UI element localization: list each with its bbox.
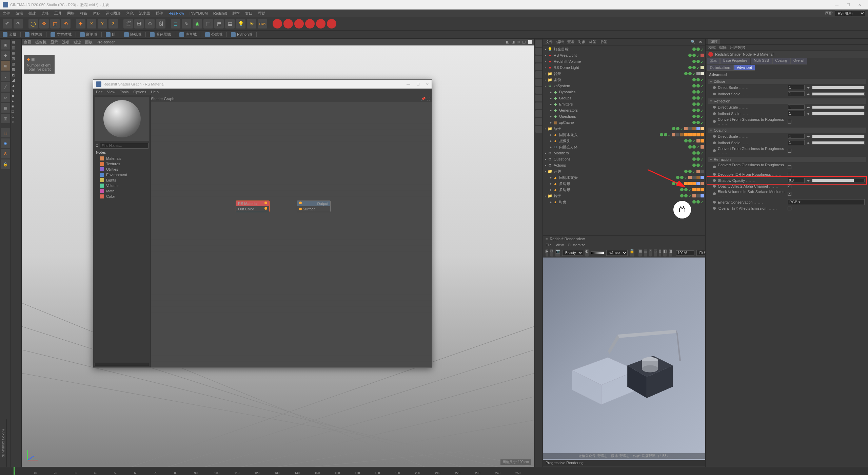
axis-mode-button[interactable]: ⊞ [1, 61, 10, 71]
attr-slider[interactable] [812, 141, 865, 145]
palette-btn-4[interactable]: ▧ [12, 56, 21, 61]
menu-体积[interactable]: 体积 [93, 11, 100, 16]
am-mode-编辑[interactable]: 编辑 [719, 45, 727, 50]
pen-button[interactable]: ✎ [182, 19, 191, 28]
palette-btn-6[interactable]: ▩ [12, 67, 21, 72]
attr-checkbox[interactable] [788, 120, 791, 124]
node-rs-material[interactable]: RS Material Out Color [236, 201, 270, 212]
vp-icon-3[interactable]: ⊞ [517, 40, 521, 44]
rv-menu-Customize[interactable]: Customize [568, 243, 585, 247]
rotate-button[interactable]: ⟲ [61, 19, 71, 28]
rv-snapshot-button[interactable]: 📷 [555, 249, 560, 256]
field-Python域[interactable]: Python域 [231, 32, 252, 37]
rv-channel-button[interactable]: ◐ [585, 249, 589, 256]
layout-select[interactable]: RS (用户) [835, 11, 865, 16]
redo-button[interactable]: ↷ [14, 19, 23, 28]
extrude-button[interactable]: ⬓ [225, 19, 235, 28]
rv-ipr-button[interactable]: ▶ [546, 249, 548, 256]
menu-工具[interactable]: 工具 [54, 11, 62, 16]
om-menu-标签[interactable]: 标签 [589, 39, 596, 44]
rtool-4[interactable] [535, 63, 542, 70]
section-reflection[interactable]: Reflection [708, 98, 866, 104]
section-coating[interactable]: Coating [708, 128, 866, 133]
rv-grip-icon[interactable]: ≡ [546, 237, 548, 241]
object-row[interactable]: ▸📁瓶子✓ [543, 126, 705, 132]
sun-button[interactable]: ☀ [247, 19, 256, 28]
attr-value-input[interactable] [788, 91, 805, 96]
canvas-max-icon[interactable]: ⛶ [427, 97, 430, 101]
sw-menu-Tools[interactable]: Tools [120, 90, 129, 94]
attr-checkbox[interactable] [788, 185, 791, 188]
om-eye-icon[interactable]: 👁 [699, 40, 703, 44]
object-row[interactable]: ▸◆Generators✓ [543, 107, 705, 113]
vp-icon-4[interactable]: ◫ [522, 40, 527, 44]
palette-btn-3[interactable]: ▦ [12, 51, 21, 55]
shader-max-button[interactable]: ☐ [416, 82, 420, 87]
attr-value-input[interactable] [788, 85, 805, 90]
texture-mode-button[interactable]: ▦ [1, 103, 10, 113]
section-diffuse[interactable]: Diffuse [708, 79, 866, 84]
menu-网格[interactable]: 网格 [67, 11, 75, 16]
om-search-icon[interactable]: 🔍 [691, 40, 695, 44]
subdiv-button[interactable]: ◉ [193, 19, 202, 28]
rtool-3[interactable] [535, 56, 542, 62]
am-tab-Optimizations[interactable]: Optimizations [707, 65, 734, 71]
am-tab-Multi-SSS[interactable]: Multi-SSS [751, 58, 772, 64]
vp-menu-查看[interactable]: 查看 [24, 40, 31, 45]
palette-btn-13[interactable]: ■ [12, 104, 21, 108]
om-menu-对象[interactable]: 对象 [578, 39, 586, 44]
object-row[interactable]: ▸⚙xpSystem✓ [543, 83, 705, 89]
attr-value-input[interactable] [788, 111, 805, 116]
axis-y-button[interactable]: Y [101, 22, 103, 26]
axis-z-button[interactable]: Z [112, 22, 115, 26]
node-category-utilities[interactable]: Utilities [93, 167, 151, 172]
menu-插件[interactable]: 插件 [156, 11, 163, 16]
field-立方体域[interactable]: 立方体域 [51, 32, 72, 37]
sw-menu-View[interactable]: View [107, 90, 115, 94]
soft-select-button[interactable]: S [1, 149, 10, 158]
shader-close-button[interactable]: ✕ [426, 82, 429, 87]
quantize-button[interactable]: ◉ [1, 138, 10, 148]
rv-menu-File[interactable]: File [546, 243, 552, 247]
undo-button[interactable]: ↶ [3, 19, 12, 28]
rv-rect-icon[interactable]: ▭ [654, 249, 657, 256]
menu-脚本[interactable]: 脚本 [232, 11, 240, 16]
live-select-button[interactable]: ◯ [28, 19, 38, 28]
sw-menu-Help[interactable]: Help [151, 90, 159, 94]
palette-btn-14[interactable]: □ [12, 109, 21, 113]
move-button[interactable]: ✥ [39, 19, 49, 28]
field-球体域[interactable]: 球体域 [25, 32, 42, 37]
palette-btn-1[interactable]: ▤ [12, 40, 21, 44]
vp-icon-1[interactable]: ◧ [506, 40, 511, 44]
shader-canvas[interactable]: RS Material Out Color Output Surface [151, 102, 432, 367]
attr-slider[interactable] [812, 179, 865, 182]
palette-btn-15[interactable]: ◇ [12, 114, 21, 119]
cube-button[interactable]: ◻ [171, 19, 180, 28]
menu-INSYDIUM[interactable]: INSYDIUM [190, 11, 208, 15]
shader-scrollbar[interactable] [95, 363, 149, 366]
node-output[interactable]: Output Surface [297, 201, 331, 212]
instance-button[interactable]: ⬒ [214, 19, 224, 28]
object-row[interactable]: ▸▲多边形✓ [543, 180, 705, 187]
attr-slider[interactable] [812, 92, 865, 96]
palette-btn-2[interactable]: ▥ [12, 45, 21, 50]
object-row[interactable]: ▸💡灯光目标✓ [543, 46, 705, 52]
rv-grid-icon[interactable]: ▦ [638, 249, 642, 256]
palette-btn-11[interactable]: ◆ [12, 94, 21, 98]
field-组[interactable]: 组 [106, 32, 116, 37]
rv-lock-button[interactable]: 🔒 [630, 249, 634, 256]
rs-btn-5[interactable] [316, 19, 326, 28]
rv-beauty-select[interactable]: Beauty [562, 250, 583, 256]
node-category-color[interactable]: Color [93, 194, 151, 199]
maximize-button[interactable]: ☐ [847, 3, 850, 7]
field-影响域[interactable]: 影响域 [80, 32, 97, 37]
vp-menu-ProRender[interactable]: ProRender [97, 40, 115, 44]
object-row[interactable]: ▸📁背景✓ [543, 71, 705, 77]
snap-button[interactable]: ⬚ [1, 128, 10, 137]
rs-btn-2[interactable] [283, 19, 293, 28]
field-声音域[interactable]: 声音域 [179, 32, 197, 37]
am-mode-用户数据[interactable]: 用户数据 [730, 45, 745, 50]
rv-rect2-icon[interactable]: ▯ [659, 249, 661, 256]
close-button[interactable]: ✕ [858, 3, 861, 7]
rtool-7[interactable] [535, 87, 542, 94]
